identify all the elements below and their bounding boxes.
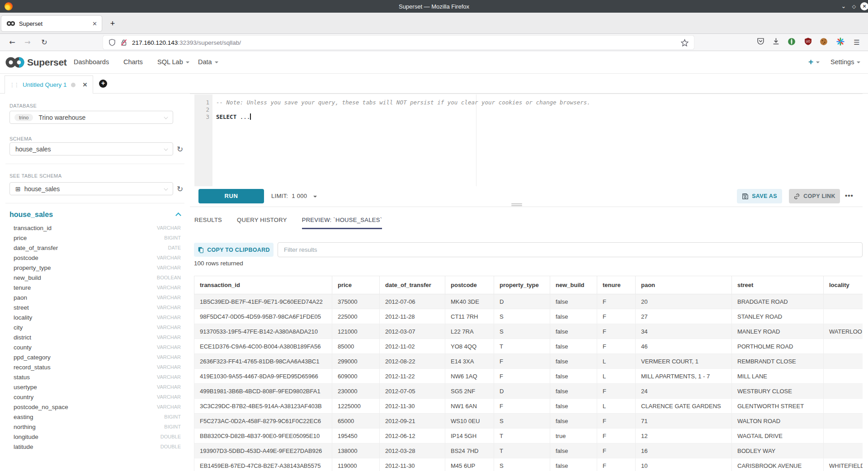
superset-brand[interactable]: Superset (5, 57, 66, 68)
limit-dropdown[interactable]: LIMIT:1 000 (271, 193, 317, 199)
schema-column-row[interactable]: northingBIGINT (14, 422, 181, 432)
column-header[interactable]: postcode (445, 276, 494, 294)
table-row[interactable]: 193907D3-5DBD-453D-A49E-9FEE27DAB9261380… (194, 443, 863, 458)
schema-column-row[interactable]: postcodeVARCHAR (14, 253, 181, 263)
sql-editor[interactable]: 123 -- Note: Unless you save your query,… (190, 94, 863, 186)
schema-column-row[interactable]: cityVARCHAR (14, 322, 181, 332)
url-bar[interactable]: 217.160.120.143:32393/superset/sqllab/ (103, 36, 694, 49)
schema-column-row[interactable]: property_typeVARCHAR (14, 263, 181, 273)
table-row[interactable]: 91370533-19F5-47FE-B142-A380A8ADA2101210… (194, 324, 863, 339)
copy-link-button[interactable]: COPY LINK (789, 189, 840, 203)
privacy-badger-extension-icon[interactable] (787, 38, 797, 47)
run-button[interactable]: RUN (198, 189, 264, 203)
table-row[interactable]: F5C273AC-0D2A-458F-8279-9C61F0C22EC66500… (194, 414, 863, 429)
more-options-button[interactable]: ••• (845, 192, 854, 199)
refresh-table-icon[interactable]: ↻ (175, 184, 184, 193)
table-row[interactable]: 98F5DC47-0D05-4D59-95B7-98CA6F1FDE052250… (194, 309, 863, 324)
shield-icon[interactable] (108, 39, 116, 46)
database-select[interactable]: trino Trino warehouse (9, 111, 173, 124)
multi-account-extension-icon[interactable] (835, 38, 845, 47)
column-header[interactable]: transaction_id (194, 276, 332, 294)
schema-select[interactable]: house_sales (9, 142, 173, 155)
nav-charts[interactable]: Charts (123, 58, 143, 66)
window-maximize-button[interactable]: ◇ (850, 2, 858, 10)
schema-column-row[interactable]: paonVARCHAR (14, 292, 181, 302)
table-heading[interactable]: house_sales (9, 211, 53, 219)
forward-button[interactable]: → (22, 37, 33, 48)
schema-column-row[interactable]: countryVARCHAR (14, 392, 181, 402)
schema-column-row[interactable]: record_statusVARCHAR (14, 362, 181, 372)
nav-add-button[interactable]: + (808, 57, 820, 67)
query-tab[interactable]: ⋮⋮ Untitled Query 1 ✕ (5, 75, 93, 94)
add-query-tab-button[interactable]: + (99, 80, 107, 88)
table-cell: F (597, 309, 636, 324)
table-row[interactable]: BB8320C9-D82B-4B37-90E0-9FEE05095E101954… (194, 429, 863, 443)
table-row[interactable]: 3C3C29DC-B7B2-4BE5-914A-A38123AF403B1225… (194, 399, 863, 414)
table-row[interactable]: ECE1D376-C9A6-4C00-B004-A380B189FA568500… (194, 339, 863, 354)
ublock-extension-icon[interactable]: UO (803, 38, 813, 47)
nav-dashboards[interactable]: Dashboards (74, 58, 109, 66)
schema-column-row[interactable]: statusVARCHAR (14, 372, 181, 382)
column-header[interactable]: tenure (597, 276, 636, 294)
query-tab-close-icon[interactable]: ✕ (83, 81, 88, 88)
tab-close-icon[interactable]: ✕ (92, 20, 97, 27)
schema-column-row[interactable]: districtVARCHAR (14, 332, 181, 342)
url-text[interactable]: 217.160.120.143:32393/superset/sqllab/ (132, 39, 681, 46)
results-table-container[interactable]: transaction_idpricedate_of_transferpostc… (194, 276, 863, 471)
schema-column-row[interactable]: tenureVARCHAR (14, 283, 181, 292)
collapse-chevron-icon[interactable] (175, 212, 181, 218)
column-header[interactable]: price (332, 276, 380, 294)
window-close-button[interactable]: × (860, 2, 868, 10)
column-header[interactable]: locality (824, 276, 863, 294)
results-tab-results[interactable]: RESULTS (194, 217, 222, 229)
filter-results-input[interactable] (278, 242, 863, 257)
save-as-button[interactable]: SAVE AS (737, 189, 782, 203)
schema-column-row[interactable]: latitudeDOUBLE (14, 442, 181, 452)
lock-insecure-icon[interactable] (120, 39, 127, 46)
table-select[interactable]: ⊞ house_sales (9, 182, 173, 195)
schema-column-row[interactable]: streetVARCHAR (14, 302, 181, 312)
schema-column-row[interactable]: longitudeDOUBLE (14, 432, 181, 442)
schema-column-row[interactable]: date_of_transferDATE (14, 243, 181, 253)
table-icon: ⊞ (15, 185, 21, 193)
nav-settings[interactable]: Settings (830, 58, 860, 66)
results-tab-query-history[interactable]: QUERY HISTORY (237, 217, 287, 229)
column-header[interactable]: new_build (550, 276, 597, 294)
drag-handle-icon[interactable]: ⋮⋮ (9, 82, 19, 88)
column-header[interactable]: property_type (494, 276, 550, 294)
nav-sql-lab[interactable]: SQL Lab (157, 58, 189, 66)
table-cell: MILL LANE (732, 369, 824, 384)
schema-column-row[interactable]: priceBIGINT (14, 233, 181, 243)
schema-column-row[interactable]: usertypeVARCHAR (14, 382, 181, 392)
table-row[interactable]: 499B1981-3B6B-4BCD-808F-9FED9802BFA12300… (194, 384, 863, 399)
table-row[interactable]: EB1459EB-67ED-47C8-B2E7-A38143AB55751190… (194, 458, 863, 471)
downloads-icon[interactable] (771, 38, 781, 47)
hamburger-menu-icon[interactable]: ☰ (852, 38, 862, 47)
pocket-icon[interactable] (755, 38, 765, 47)
schema-column-row[interactable]: ppd_categoryVARCHAR (14, 352, 181, 362)
nav-data[interactable]: Data (198, 58, 218, 66)
column-header[interactable]: street (732, 276, 824, 294)
cookie-extension-icon[interactable] (819, 38, 829, 47)
reload-button[interactable]: ↻ (38, 37, 50, 48)
results-tab-preview-house-sales[interactable]: PREVIEW: `HOUSE_SALES` (302, 217, 382, 229)
table-row[interactable]: 1B5C39ED-BE7F-41EF-9E71-9C60EED74A223750… (194, 294, 863, 309)
window-minimize-button[interactable]: ⌄ (840, 2, 848, 10)
schema-column-row[interactable]: countyVARCHAR (14, 342, 181, 352)
schema-column-row[interactable]: transaction_idVARCHAR (14, 223, 181, 233)
schema-column-row[interactable]: eastingBIGINT (14, 412, 181, 422)
pane-resize-handle[interactable] (511, 203, 522, 207)
bookmark-star-icon[interactable] (681, 39, 689, 47)
refresh-schema-icon[interactable]: ↻ (175, 145, 184, 154)
schema-column-row[interactable]: localityVARCHAR (14, 312, 181, 322)
column-header[interactable]: paon (636, 276, 732, 294)
table-row[interactable]: 419E1030-9A55-4467-8DA9-9FED95D659666090… (194, 369, 863, 384)
copy-to-clipboard-button[interactable]: COPY TO CLIPBOARD (194, 243, 274, 257)
browser-tab[interactable]: Superset ✕ (1, 16, 102, 31)
column-header[interactable]: date_of_transfer (380, 276, 445, 294)
new-tab-button[interactable]: + (107, 18, 118, 30)
table-row[interactable]: 2636F323-FF41-4765-81DB-98CAA6A43BC12990… (194, 354, 863, 369)
schema-column-row[interactable]: postcode_no_spaceVARCHAR (14, 402, 181, 412)
back-button[interactable]: ← (6, 37, 18, 48)
schema-column-row[interactable]: new_buildBOOLEAN (14, 273, 181, 283)
